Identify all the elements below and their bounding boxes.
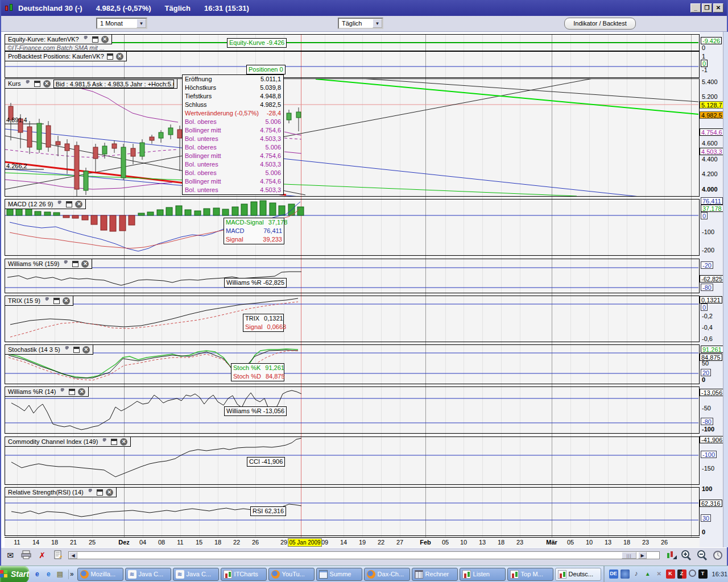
panel-title: Kurs (8, 80, 21, 87)
window-icon[interactable] (72, 261, 78, 267)
window-titlebar: Deutschland 30 (-) 4.982,5 (-0,57%) Tägl… (1, 0, 727, 16)
legend-label: MACD (226, 227, 244, 235)
date-tick: 14 (340, 539, 347, 546)
vertical-scrollbar[interactable] (723, 32, 728, 547)
window-icon[interactable] (69, 389, 75, 395)
scroll-left-arrow[interactable]: ◀ (69, 552, 77, 559)
wrench-icon[interactable] (62, 260, 69, 268)
window-icon[interactable] (73, 347, 80, 353)
window-icon[interactable] (107, 53, 113, 60)
window-icon[interactable] (111, 439, 117, 445)
legend-label: MACD-Signal (226, 218, 264, 227)
window-icon[interactable] (92, 36, 98, 43)
zoom-out-icon[interactable] (696, 550, 709, 561)
chevron-expand-icon[interactable]: » (69, 570, 75, 578)
notes-icon[interactable] (52, 550, 64, 560)
tray-icon[interactable]: T (698, 569, 708, 579)
taskbar-button-label: Listen (473, 571, 490, 577)
mail-icon[interactable]: ✉ (5, 550, 16, 560)
taskbar-button[interactable]: Rechner (412, 568, 458, 581)
williams14-value-label: Williams %R -13,056 (224, 406, 287, 416)
wrench-icon[interactable] (56, 201, 63, 208)
chart-cursor-icon[interactable] (665, 550, 678, 561)
wrench-icon[interactable] (86, 489, 94, 496)
close-icon[interactable]: ✕ (78, 388, 85, 396)
period-select[interactable]: Täglich ▼ (338, 18, 383, 29)
wrench-icon[interactable] (59, 388, 66, 396)
cut-icon[interactable]: ✗ (36, 550, 48, 560)
info-row: Bollinger mitt 4.754,6 (183, 177, 283, 186)
scroll-right-arrow[interactable]: ▶ (638, 552, 647, 559)
start-button[interactable]: Start (0, 566, 29, 582)
wrench-icon[interactable] (101, 438, 108, 446)
axis-label: -20 (701, 261, 713, 269)
taskbar-button[interactable]: Listen (460, 568, 506, 581)
indicator-backtest-button[interactable]: Indikator / Backtest (564, 18, 636, 30)
axis-label: -150 (701, 465, 715, 472)
taskbar-button[interactable]: Dax-Ch... (364, 568, 410, 581)
tray-icon[interactable]: K (666, 569, 675, 579)
panel-header-macd: MACD (12 26 9) ✕ (5, 199, 86, 209)
taskbar-button[interactable]: YouTu... (268, 568, 315, 581)
tray-icon[interactable] (621, 569, 630, 579)
close-icon[interactable]: ✕ (120, 438, 127, 446)
tray-icon[interactable]: ♪ (632, 569, 641, 579)
window-icon[interactable] (66, 201, 72, 207)
quick-launch-icon[interactable]: e (32, 569, 42, 579)
tray-icon[interactable]: ✕ (655, 569, 664, 579)
date-tick: 18 (498, 539, 504, 546)
window-icon[interactable] (34, 81, 40, 87)
axis-label: 0 (701, 212, 708, 219)
zoom-in-icon[interactable] (680, 550, 693, 561)
date-tick: Mär (546, 539, 557, 546)
clock-icon[interactable] (712, 550, 725, 561)
tray-icon[interactable] (689, 569, 696, 577)
taskbar-button[interactable]: Java C... (173, 568, 219, 581)
taskbar-button[interactable]: ITCharts (221, 568, 267, 581)
close-icon[interactable]: ✕ (43, 80, 51, 88)
chevron-down-icon[interactable]: ▼ (373, 19, 382, 28)
axis-label: 0 (701, 529, 706, 536)
chevron-down-icon[interactable]: ▼ (136, 19, 146, 28)
minimize-button[interactable]: _ (690, 3, 701, 13)
tray-icon[interactable]: ▲ (643, 569, 652, 579)
scrollbar-thumb[interactable]: ||| (622, 552, 636, 559)
tray-icon[interactable]: DE (609, 569, 618, 579)
macd-legend: MACD-Signal 37,178 MACD 76,411 Signal 39… (224, 218, 284, 244)
tray-icon[interactable]: Z (677, 569, 686, 579)
window-icon[interactable] (97, 489, 103, 496)
close-icon[interactable]: ✕ (116, 53, 123, 60)
axis-label: 4.503,3 (700, 148, 724, 155)
taskbar-button[interactable]: Top M... (507, 568, 553, 581)
print-icon[interactable] (20, 550, 32, 560)
close-icon[interactable]: ✕ (106, 489, 113, 496)
taskbar-button[interactable]: Java C... (125, 568, 171, 581)
close-icon[interactable]: ✕ (81, 260, 89, 268)
close-button[interactable]: ✕ (713, 3, 723, 13)
chart-toolbar: 1 Monat ▼ Täglich ▼ Indikator / Backtest (1, 16, 727, 32)
close-icon[interactable]: ✕ (82, 346, 90, 354)
taskbar-button[interactable]: Deutsc... (555, 568, 601, 581)
legend-row: Signal 39,233 (226, 235, 282, 244)
date-tick: 11 (177, 539, 183, 546)
range-select[interactable]: 1 Monat ▼ (96, 18, 147, 29)
date-tick: 10 (460, 539, 467, 546)
wrench-icon[interactable] (63, 346, 71, 354)
wrench-icon[interactable] (24, 80, 31, 88)
bid-ask-quote: Bid : 4.981,5 Ask : 4.983,5 Jahr : +Hoch… (53, 80, 174, 88)
taskbar-button[interactable]: Mozilla... (77, 568, 123, 581)
quick-launch-icon[interactable]: ▤ (55, 569, 65, 579)
taskbar-button[interactable]: Summe (316, 568, 362, 581)
wrench-icon[interactable] (43, 297, 51, 305)
maximize-button[interactable]: ❐ (702, 3, 712, 13)
close-icon[interactable]: ✕ (63, 297, 70, 305)
info-row-label: Schluss (185, 101, 207, 109)
horizontal-scrollbar[interactable]: ◀ ||| ▶ (68, 551, 660, 559)
quick-launch-icon[interactable]: e (44, 569, 53, 579)
close-icon[interactable]: ✕ (101, 36, 109, 43)
date-tick: 26 (252, 539, 259, 546)
close-icon[interactable]: ✕ (75, 201, 82, 208)
wrench-icon[interactable] (82, 36, 89, 43)
axis-label: 30 (701, 514, 711, 522)
window-icon[interactable] (53, 298, 60, 304)
